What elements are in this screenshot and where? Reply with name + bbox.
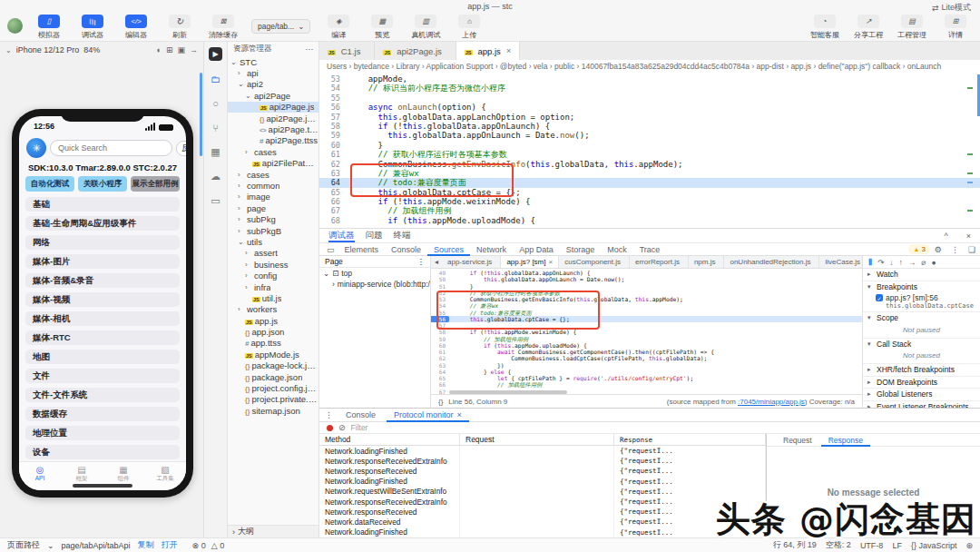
close-icon[interactable]: × (549, 258, 554, 266)
list-item[interactable]: 媒体-图片 (25, 254, 180, 269)
section-watch[interactable]: ▸Watch (863, 269, 980, 281)
code-line[interactable]: 53 CommonBusiness.getEnvBasicInfo(this.g… (431, 296, 862, 302)
code-line[interactable]: 67 // 加载组件用例 (319, 206, 980, 215)
more-icon[interactable]: ⋯ (306, 44, 314, 54)
code-line[interactable]: 62 CommonBusiness.loadCptCase(cptFilePat… (431, 355, 862, 361)
tree-item[interactable]: project.private.confi... (228, 394, 318, 405)
protocol-row[interactable]: Network.loadingFinished {"requestI... (319, 477, 766, 487)
tree-item[interactable]: cases (228, 169, 318, 180)
toolbar-button[interactable]: 调试器 (75, 15, 110, 40)
encoding[interactable]: UTF-8 (860, 541, 884, 550)
list-item[interactable]: 基础 (25, 197, 180, 212)
tree-item[interactable]: business (228, 259, 318, 270)
code-line[interactable]: 66 // 加载组件用例 (431, 381, 862, 388)
line-number[interactable]: 58 (431, 329, 449, 335)
source-file-tab[interactable]: errorReport.js (630, 256, 689, 269)
drawer-tab[interactable]: Protocol monitor × (387, 409, 469, 422)
page-selector[interactable]: page/tab...⌄ (251, 19, 310, 34)
frame-top[interactable]: ⌄ ⊡ top (319, 268, 430, 279)
tree-item[interactable]: config (228, 270, 318, 281)
settings-gear-icon[interactable]: ⚙ (930, 245, 946, 254)
editor-tab[interactable]: C1.js (319, 42, 375, 60)
line-number[interactable]: 67 (319, 206, 348, 215)
code-line[interactable]: 51 } (431, 283, 862, 290)
devtools-tab[interactable]: Sources (427, 243, 470, 256)
chevron-down-icon[interactable]: ⌄ (47, 541, 54, 550)
line-number[interactable]: 55 (319, 94, 348, 103)
feedback-button[interactable]: 反馈 (176, 141, 186, 156)
line-number[interactable]: 62 (431, 355, 449, 361)
devtools-tab[interactable]: App Data (513, 243, 560, 256)
tree-item[interactable]: api2 (228, 79, 318, 90)
line-number[interactable]: 54 (319, 84, 348, 93)
source-file-tab[interactable]: onUnhandledRejection.js (724, 256, 819, 269)
copy-button[interactable]: 复制 (138, 539, 154, 551)
search-input[interactable] (50, 140, 172, 156)
tab-bar-item[interactable]: ▧ 工具集 (144, 462, 186, 490)
detail-tab[interactable]: Response (821, 434, 870, 447)
cursor-position[interactable]: 行 64, 列 19 (773, 539, 817, 551)
code-line[interactable]: 68 if (this.appMode.uploadMode) { (319, 216, 980, 225)
code-line[interactable]: 56 async onLaunch(option) { (319, 103, 980, 112)
code-line[interactable]: 59 this.globalData.appOnLaunch = Date.no… (319, 131, 980, 140)
frame-miniapp-service[interactable]: › miniapp-service (blob:http://127... (319, 279, 430, 290)
panel-tab-problems[interactable]: 问题 (366, 230, 383, 242)
line-number[interactable]: 50 (431, 276, 449, 282)
blackbox-icon[interactable]: ● (931, 258, 936, 267)
list-item[interactable]: 网络 (25, 235, 180, 250)
toolbar-button[interactable]: 分享工程 (851, 15, 886, 40)
tree-item[interactable]: api2Page (228, 90, 318, 101)
tree-item[interactable]: app.json (228, 326, 318, 337)
tree-item[interactable]: workers (228, 304, 318, 315)
column-request[interactable]: Request (460, 434, 614, 445)
line-number[interactable]: 55 (431, 310, 449, 316)
tree-item[interactable]: api2FilePath.js (228, 158, 318, 169)
code-line[interactable]: 61 // 获取小程序运行时各项基本参数 (319, 150, 980, 159)
code-line[interactable]: 67 (431, 389, 862, 395)
code-line[interactable]: 65 let { cptFilePath } = require('./util… (431, 375, 862, 381)
section-event-listener-breakpoints[interactable]: ▸Event Listener Breakpoints (863, 401, 980, 409)
tree-item[interactable]: assert (228, 248, 318, 259)
code-line[interactable]: 49 if (!this.globalData.appOnLaunch) { (431, 270, 862, 276)
line-number[interactable]: 60 (319, 141, 348, 150)
devtools-tab[interactable]: Storage (560, 243, 602, 256)
line-number[interactable]: 49 (431, 270, 449, 276)
deactivate-breakpoints-icon[interactable]: ⌀ (921, 258, 926, 267)
filter-input[interactable]: Filter (351, 423, 973, 432)
code-line[interactable]: 53 appMode, (319, 74, 980, 84)
protocol-row[interactable]: Network.loadingFinished {"requestI... (319, 446, 766, 456)
avatar[interactable] (7, 18, 23, 34)
code-line[interactable]: 57 this.globalData.appLanchOption = opti… (319, 113, 980, 122)
code-line[interactable]: 64 // todo:兼容度量页面 (319, 178, 980, 187)
dock-icon[interactable]: ❏ (964, 245, 980, 254)
list-item[interactable]: 设备 (25, 445, 180, 459)
code-line[interactable]: 58 if (!this.appMode.weixinMode) { (431, 329, 862, 335)
line-number[interactable]: 58 (319, 122, 348, 131)
checkbox-checked-icon[interactable]: ✓ (876, 294, 883, 301)
line-number[interactable]: 59 (431, 336, 449, 342)
screenshot-icon[interactable]: ▣ (177, 45, 185, 54)
toolbar-button[interactable]: 智能客服 (808, 15, 842, 40)
devtools-tab[interactable]: Trace (633, 243, 667, 256)
line-number[interactable]: 63 (319, 169, 348, 178)
section-xhr-breakpoints[interactable]: ▸XHR/fetch Breakpoints (863, 364, 980, 376)
grid-icon[interactable]: ⊞ (166, 45, 173, 54)
source-file-tab[interactable]: cusComponent.js (559, 256, 630, 269)
code-line[interactable]: 59 // 加载组件用例 (431, 336, 862, 342)
editor-tab[interactable]: app.js × (456, 42, 520, 60)
list-item[interactable]: 基础-生命周期&应用级事件 (25, 216, 180, 231)
list-item[interactable]: 地理位置 (25, 426, 180, 440)
kebab-menu-icon[interactable]: ⋮ (417, 257, 426, 266)
step-out-icon[interactable]: ↑ (899, 258, 903, 267)
toolbar-button[interactable]: 上传 (452, 15, 486, 40)
code-line[interactable]: 57 (431, 322, 862, 329)
section-breakpoints[interactable]: ▾Breakpoints (863, 281, 980, 293)
devtools-tab[interactable]: Network (470, 243, 513, 256)
tree-item[interactable]: infra (228, 281, 318, 292)
tree-item[interactable]: api2Page.ttss (228, 135, 318, 146)
clear-icon[interactable]: ⊘ (338, 423, 346, 432)
open-button[interactable]: 打开 (162, 539, 178, 551)
source-file-tab[interactable]: npm.js (689, 256, 725, 269)
close-icon[interactable]: × (966, 232, 971, 241)
line-number[interactable]: 54 (431, 302, 449, 309)
